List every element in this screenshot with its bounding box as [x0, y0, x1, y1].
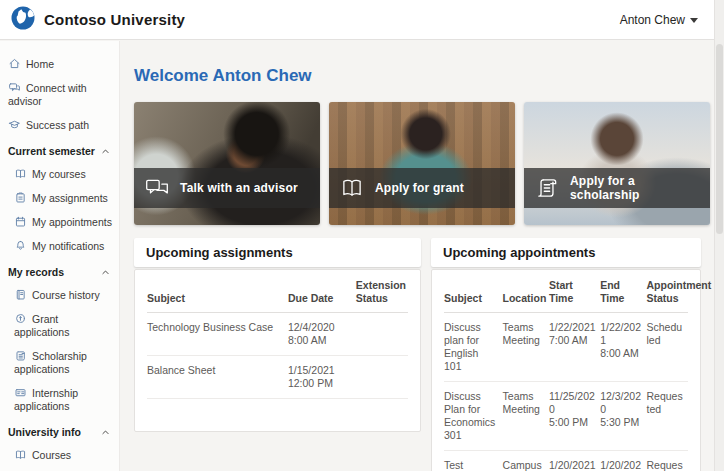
id-card-icon [14, 386, 27, 399]
sidebar-item-scholarship-applications[interactable]: Scholarship applications [14, 349, 113, 376]
cell-extension-status [356, 356, 408, 399]
sidebar-item-my-notifications[interactable]: My notifications [14, 239, 113, 253]
card-label-band: Apply for grant [329, 168, 515, 208]
scroll-icon [14, 349, 27, 362]
column-header-extension-status: Extension Status [356, 270, 408, 313]
table-row[interactable]: Discuss plan for English 101 Teams Meeti… [444, 313, 688, 382]
sidebar-item-label: Course history [32, 289, 100, 301]
sidebar-item-success-path[interactable]: Success path [8, 118, 113, 132]
sidebar-item-label: My notifications [32, 240, 104, 252]
user-menu[interactable]: Anton Chew [620, 13, 698, 27]
cell-start-time: 1/20/2021 12:00 PM [549, 451, 600, 471]
cell-location: Teams Meeting [503, 382, 549, 451]
card-label: Apply for a scholarship [570, 174, 700, 202]
clipboard-icon [14, 191, 27, 204]
welcome-heading: Welcome Anton Chew [134, 66, 714, 86]
sidebar-item-courses[interactable]: Courses [14, 448, 113, 462]
table-row[interactable]: Technology Business Case 12/4/2020 8:00 … [147, 313, 408, 356]
book-icon [14, 448, 27, 461]
cell-start-time: 1/22/2021 7:00 AM [549, 313, 600, 382]
open-book-icon [339, 175, 365, 201]
cell-appointment-status: Requested [647, 382, 689, 451]
card-label-band: Apply for a scholarship [524, 168, 710, 208]
appointments-title: Upcoming appointments [431, 238, 701, 267]
university-logo-icon [10, 5, 36, 35]
cell-due-date: 12/4/2020 8:00 AM [288, 313, 356, 356]
cell-subject: Discuss Plan for Economics 301 [444, 382, 503, 451]
cell-subject: Discuss plan for English 101 [444, 313, 503, 382]
column-header-due-date: Due Date [288, 270, 356, 313]
section-title: Current semester [8, 145, 95, 157]
cell-start-time: 11/25/2020 5:00 PM [549, 382, 600, 451]
section-title: University info [8, 426, 81, 438]
sidebar-item-my-appointments[interactable]: My appointments [14, 215, 113, 229]
table-row[interactable]: Test Appointment Campus 1/20/2021 12:00 … [444, 451, 688, 471]
sidebar-item-my-assignments[interactable]: My assignments [14, 191, 113, 205]
upcoming-assignments-card: Upcoming assignments Subject Due Date Ex… [134, 238, 421, 432]
card-label: Apply for grant [375, 181, 464, 195]
cell-appointment-status: Scheduled [647, 313, 689, 382]
bell-icon [14, 239, 27, 252]
sidebar-item-label: Home [26, 58, 54, 70]
cell-subject: Technology Business Case [147, 313, 288, 356]
assignments-table: Subject Due Date Extension Status Techno… [134, 269, 421, 432]
chevron-up-icon [101, 147, 110, 156]
column-header-location: Location [503, 270, 549, 313]
cell-due-date: 1/15/2021 12:00 PM [288, 356, 356, 399]
card-talk-with-advisor[interactable]: Talk with an advisor [134, 102, 320, 225]
sidebar-item-label: My courses [32, 168, 86, 180]
sidebar-item-my-courses[interactable]: My courses [14, 167, 113, 181]
cell-location: Teams Meeting [503, 313, 549, 382]
cell-location: Campus [503, 451, 549, 471]
sidebar-item-home[interactable]: Home [8, 57, 113, 71]
sidebar-item-grant-applications[interactable]: Grant applications [14, 312, 113, 339]
brand-home-link[interactable]: Contoso University [10, 5, 185, 35]
column-header-end-time: End Time [600, 270, 646, 313]
cell-end-time: 12/3/2020 5:30 PM [600, 382, 646, 451]
sidebar-nav: Home Connect with advisor Success path C… [0, 41, 120, 471]
book-icon [14, 167, 27, 180]
assignments-title: Upcoming assignments [134, 238, 421, 267]
column-header-start-time: Start Time [549, 270, 600, 313]
app-title: Contoso University [44, 11, 185, 28]
sidebar-section-my-records[interactable]: My records [8, 266, 113, 278]
sidebar-section-current-semester[interactable]: Current semester [8, 145, 113, 157]
sidebar-item-label: Success path [26, 119, 89, 131]
cell-end-time: 1/22/2021 8:00 AM [600, 313, 646, 382]
chevron-up-icon [101, 428, 110, 437]
user-name: Anton Chew [620, 13, 685, 27]
vertical-scrollbar[interactable] [714, 0, 724, 471]
chevron-up-icon [101, 268, 110, 277]
chat-icon [8, 81, 21, 94]
cell-subject: Balance Sheet [147, 356, 288, 399]
column-header-appointment-status: Appointment Status [647, 270, 689, 313]
cell-extension-status [356, 313, 408, 356]
graduation-cap-icon [8, 118, 21, 131]
table-row[interactable]: Discuss Plan for Economics 301 Teams Mee… [444, 382, 688, 451]
scroll-icon [534, 175, 560, 201]
chat-bubbles-icon [144, 175, 170, 201]
table-row[interactable]: Balance Sheet 1/15/2021 12:00 PM [147, 356, 408, 399]
sidebar-item-course-history[interactable]: Course history [14, 288, 113, 302]
column-header-subject: Subject [147, 270, 288, 313]
sidebar-item-label: Courses [32, 449, 71, 461]
appointments-table: Subject Location Start Time End Time App… [431, 269, 701, 471]
card-apply-for-grant[interactable]: Apply for grant [329, 102, 515, 225]
caret-down-icon [690, 18, 698, 23]
section-title: My records [8, 266, 64, 278]
cell-end-time: 1/20/2021 12:30 PM [600, 451, 646, 471]
calendar-icon [14, 215, 27, 228]
home-icon [8, 57, 21, 70]
top-bar: Contoso University Anton Chew [0, 0, 714, 40]
cell-appointment-status: Requested [647, 451, 689, 471]
cell-subject: Test Appointment [444, 451, 503, 471]
sidebar-item-internship-applications[interactable]: Internship applications [14, 386, 113, 413]
action-cards: Talk with an advisor Apply for grant App… [134, 102, 714, 225]
vertical-scrollbar-thumb[interactable] [716, 44, 723, 234]
main-content: Welcome Anton Chew Talk with an advisor … [121, 41, 714, 471]
card-label-band: Talk with an advisor [134, 168, 320, 208]
sidebar-item-label: My appointments [32, 216, 112, 228]
sidebar-section-university-info[interactable]: University info [8, 426, 113, 438]
card-apply-for-scholarship[interactable]: Apply for a scholarship [524, 102, 710, 225]
sidebar-item-connect-with-advisor[interactable]: Connect with advisor [8, 81, 113, 108]
